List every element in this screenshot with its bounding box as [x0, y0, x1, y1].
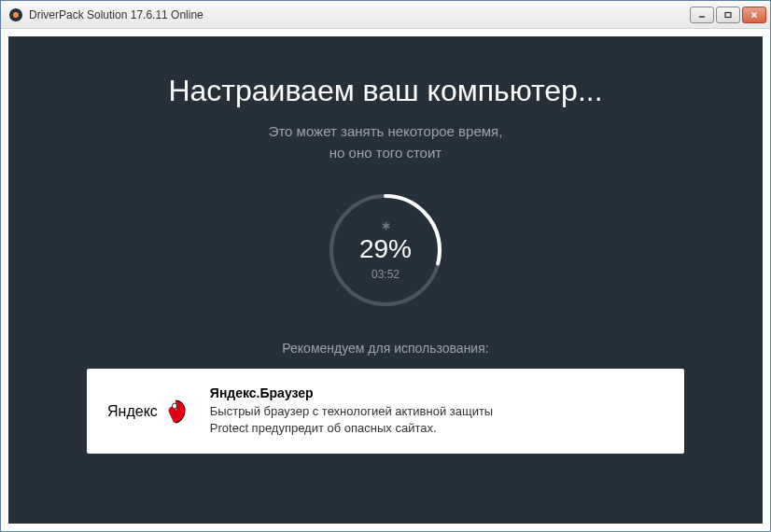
svg-point-1 [13, 12, 19, 18]
promo-logo: Яндекс [107, 398, 189, 426]
page-title: Настраиваем ваш компьютер... [168, 74, 602, 108]
promo-body: Яндекс.Браузер Быстрый браузер с техноло… [210, 385, 664, 437]
progress-indicator: ✱ 29% 03:52 [325, 189, 446, 311]
app-window: DriverPack Solution 17.6.11 Online Настр… [0, 0, 771, 532]
close-button[interactable] [742, 7, 766, 23]
subtitle-line-2: но оно того стоит [329, 145, 442, 161]
recommend-label: Рекомендуем для использования: [282, 341, 488, 356]
app-icon [8, 7, 23, 22]
yandex-logo-text: Яндекс [107, 403, 158, 420]
window-title: DriverPack Solution 17.6.11 Online [29, 8, 690, 21]
progress-time: 03:52 [371, 268, 400, 281]
subtitle-line-1: Это может занять некоторое время, [269, 123, 503, 139]
progress-percent: 29% [359, 234, 412, 264]
promo-description: Быстрый браузер с технологией активной з… [210, 403, 664, 437]
svg-point-8 [172, 403, 176, 409]
gear-icon[interactable]: ✱ [382, 220, 390, 232]
promo-card[interactable]: Яндекс Яндекс.Браузер Быстрый браузер с … [87, 369, 684, 454]
maximize-button[interactable] [716, 7, 740, 23]
titlebar[interactable]: DriverPack Solution 17.6.11 Online [1, 1, 770, 29]
promo-title: Яндекс.Браузер [210, 385, 664, 400]
window-controls [690, 7, 766, 23]
svg-rect-3 [725, 12, 731, 17]
minimize-button[interactable] [690, 7, 714, 23]
content-area: Настраиваем ваш компьютер... Это может з… [8, 36, 763, 524]
yandex-icon [161, 398, 189, 426]
page-subtitle: Это может занять некоторое время, но оно… [269, 121, 503, 163]
